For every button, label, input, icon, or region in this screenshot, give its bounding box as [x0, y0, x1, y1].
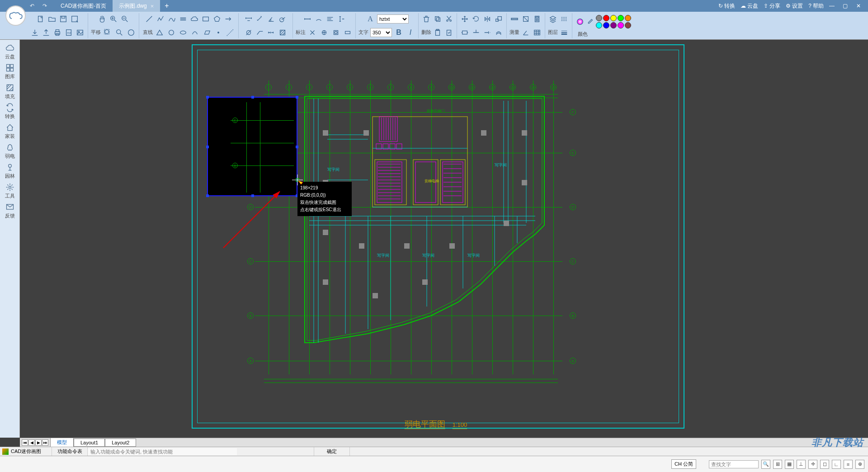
new-tab-button[interactable]: +	[160, 0, 173, 12]
elevation-icon[interactable]	[336, 14, 346, 24]
color-picker-icon[interactable]	[585, 17, 595, 27]
construction-line-icon[interactable]	[225, 28, 235, 38]
annotate-icon[interactable]	[302, 14, 312, 24]
saveas-icon[interactable]	[70, 14, 80, 24]
text-icon[interactable]: A	[365, 14, 375, 24]
layout-last-icon[interactable]: ⏭	[42, 439, 48, 446]
sidebar-fill[interactable]: 填充	[1, 82, 19, 100]
ok-button[interactable]: 确定	[314, 447, 350, 456]
dim-tool1-icon[interactable]	[307, 28, 317, 38]
zoom-window-icon[interactable]	[114, 28, 124, 38]
export-icon[interactable]	[41, 28, 51, 38]
sidebar-convert[interactable]: 转换	[1, 102, 19, 120]
minimize-button[interactable]: —	[829, 3, 837, 9]
command-list-button[interactable]: 功能命令表	[52, 447, 88, 456]
zoom-in-icon[interactable]	[108, 14, 118, 24]
print-icon[interactable]	[52, 28, 62, 38]
bold-button[interactable]: B	[394, 28, 404, 38]
settings-button[interactable]: ⚙ 设置	[786, 2, 803, 10]
paste-special-icon[interactable]	[444, 28, 454, 38]
multiline-icon[interactable]	[178, 14, 188, 24]
copy-icon[interactable]	[433, 14, 443, 24]
help-button[interactable]: ? 帮助	[808, 2, 824, 10]
circle-icon[interactable]	[166, 28, 176, 38]
rotate-icon[interactable]	[471, 14, 481, 24]
dim-tool3-icon[interactable]	[331, 28, 341, 38]
ortho-icon[interactable]: ⊥	[797, 460, 806, 469]
tab-close-icon[interactable]: ×	[151, 3, 154, 9]
font-select[interactable]: hztxt	[377, 14, 409, 24]
mirror-icon[interactable]	[482, 14, 492, 24]
layout-first-icon[interactable]: ⏮	[22, 439, 28, 446]
zoom-out-icon[interactable]	[120, 14, 130, 24]
redo-button[interactable]: ↷	[40, 2, 50, 10]
sidebar-feedback[interactable]: 反馈	[1, 202, 19, 220]
cut-icon[interactable]	[444, 14, 454, 24]
zoom-preview-box[interactable]: E D	[207, 97, 297, 196]
find-button[interactable]: 🔍	[761, 460, 770, 469]
zoom-extents-icon[interactable]	[103, 28, 113, 38]
dim-continue-icon[interactable]	[266, 28, 276, 38]
find-text-input[interactable]	[709, 460, 759, 468]
polygon-icon[interactable]	[212, 14, 222, 24]
open-file-icon[interactable]	[47, 14, 57, 24]
otrack-icon[interactable]: ∟	[832, 460, 841, 469]
drawing-canvas[interactable]: 1 2 3 4 5 6 7 8 9 10 11 12 13 14 15 A B …	[20, 40, 868, 438]
sidebar-garden[interactable]: 园林	[1, 162, 19, 180]
save-file-icon[interactable]	[58, 14, 68, 24]
sidebar-tools[interactable]: 工具	[1, 182, 19, 200]
sidebar-elec[interactable]: 弱电	[1, 142, 19, 160]
parallelogram-icon[interactable]	[202, 28, 212, 38]
italic-button[interactable]: I	[406, 28, 415, 38]
lineweight-toggle-icon[interactable]: ≡	[844, 460, 853, 469]
layer-icon[interactable]	[548, 14, 558, 24]
import-icon[interactable]	[30, 28, 40, 38]
dim-arc-icon[interactable]	[314, 14, 324, 24]
offset-icon[interactable]	[494, 28, 504, 38]
scale-icon[interactable]	[494, 14, 504, 24]
osnap-icon[interactable]: ◻	[820, 460, 829, 469]
spline-icon[interactable]	[167, 14, 177, 24]
close-button[interactable]: ✕	[856, 3, 864, 9]
layout2-tab[interactable]: Layout2	[105, 439, 136, 447]
linetype-icon[interactable]	[559, 14, 569, 24]
ime-indicator[interactable]: CH 公简	[671, 459, 696, 469]
measure-dist-icon[interactable]	[509, 14, 519, 24]
paste-icon[interactable]	[433, 28, 443, 38]
dynamic-input-icon[interactable]: ⊕	[855, 460, 864, 469]
layout-model-tab[interactable]: 模型	[50, 438, 74, 447]
arc-icon[interactable]	[190, 28, 200, 38]
dim-radius-icon[interactable]	[278, 14, 288, 24]
color-wheel-icon[interactable]	[575, 17, 585, 27]
dim-diameter-icon[interactable]	[244, 28, 254, 38]
dim-linear-icon[interactable]	[244, 14, 254, 24]
point-icon[interactable]	[213, 28, 223, 38]
snap-grid-icon[interactable]: ⊞	[773, 460, 782, 469]
extend-icon[interactable]	[482, 28, 492, 38]
cloud-icon[interactable]	[189, 14, 199, 24]
lineweight-icon[interactable]	[559, 28, 569, 38]
dim-tool4-icon[interactable]	[343, 28, 353, 38]
measure-area-icon[interactable]	[521, 14, 531, 24]
cloud-button[interactable]: ☁ 云盘	[741, 2, 758, 10]
undo-button[interactable]: ↶	[27, 2, 37, 10]
polyline-icon[interactable]	[156, 14, 165, 24]
sidebar-home[interactable]: 家装	[1, 122, 19, 140]
maximize-button[interactable]: ▢	[843, 3, 851, 9]
snap-toggle-icon[interactable]: ▦	[785, 460, 794, 469]
measure-angle-icon[interactable]	[521, 28, 531, 38]
text-leader-icon[interactable]	[325, 14, 335, 24]
new-file-icon[interactable]	[36, 14, 46, 24]
move-icon[interactable]	[460, 14, 470, 24]
sidebar-cloud[interactable]: 云盘	[1, 42, 19, 61]
ellipse-icon[interactable]	[178, 28, 188, 38]
arrow-icon[interactable]	[223, 14, 233, 24]
rect-icon[interactable]	[201, 14, 211, 24]
table-icon[interactable]	[532, 28, 542, 38]
share-button[interactable]: ⇪ 分享	[764, 2, 780, 10]
convert-button[interactable]: ↻ 转换	[718, 2, 735, 10]
fontsize-select[interactable]: 350	[370, 28, 392, 37]
trim-icon[interactable]	[471, 28, 481, 38]
stretch-icon[interactable]	[460, 28, 470, 38]
pan-icon[interactable]	[97, 14, 107, 24]
